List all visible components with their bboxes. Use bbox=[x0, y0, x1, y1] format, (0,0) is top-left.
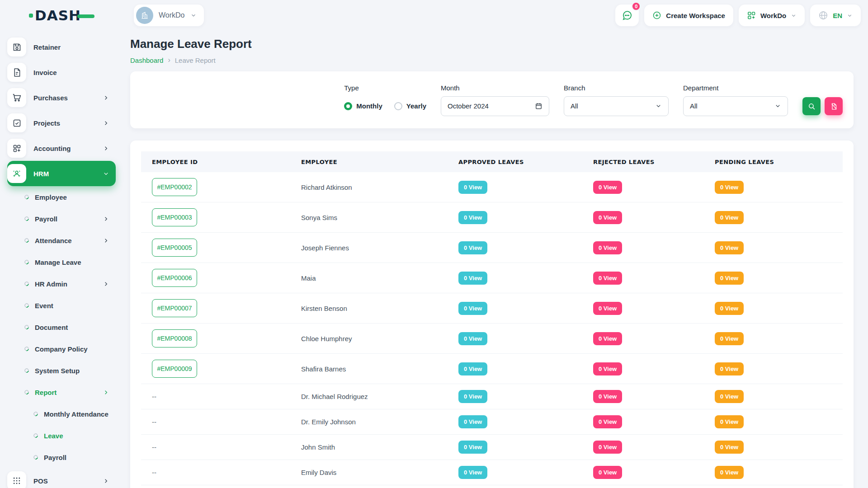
rejected-leaves-view-button[interactable]: 0 View bbox=[593, 441, 622, 454]
department-select[interactable]: All bbox=[683, 96, 788, 116]
sidebar-subitem-label: Attendance bbox=[35, 237, 97, 244]
rejected-leaves-view-button[interactable]: 0 View bbox=[593, 390, 622, 403]
sidebar-item-retainer[interactable]: Retainer bbox=[7, 34, 116, 60]
approved-leaves-view-button[interactable]: 0 View bbox=[458, 211, 487, 224]
create-workspace-button[interactable]: Create Workspace bbox=[644, 5, 733, 26]
pending-leaves-view-button[interactable]: 0 View bbox=[715, 466, 744, 479]
sidebar-item-invoice[interactable]: Invoice bbox=[7, 60, 116, 85]
rejected-leaves-view-button[interactable]: 0 View bbox=[593, 332, 622, 345]
employee-id-badge[interactable]: #EMP00005 bbox=[152, 239, 197, 257]
language-selector[interactable]: EN bbox=[810, 5, 861, 26]
approved-leaves-view-button[interactable]: 0 View bbox=[458, 362, 487, 375]
sidebar-item-projects[interactable]: Projects bbox=[7, 110, 116, 136]
breadcrumb-dashboard-link[interactable]: Dashboard bbox=[130, 56, 163, 64]
chevron-down-icon bbox=[847, 13, 853, 19]
employee-name: John Smith bbox=[301, 443, 335, 451]
pending-leaves-view-button[interactable]: 0 View bbox=[715, 332, 744, 345]
rejected-leaves-view-button[interactable]: 0 View bbox=[593, 272, 622, 285]
table-row: --Emily Davis0 View0 View0 View bbox=[141, 460, 843, 485]
employee-id-badge[interactable]: #EMP00003 bbox=[152, 208, 197, 226]
bullet-icon bbox=[33, 411, 39, 417]
employee-id-badge[interactable]: #EMP00002 bbox=[152, 178, 197, 196]
sidebar-subitem-hr-admin[interactable]: HR Admin bbox=[7, 273, 116, 295]
branch-select[interactable]: All bbox=[564, 96, 669, 116]
radio-unchecked-icon[interactable] bbox=[394, 102, 402, 110]
radio-yearly[interactable]: Yearly bbox=[394, 102, 426, 110]
rejected-leaves-view-button[interactable]: 0 View bbox=[593, 302, 622, 315]
workspace-selector[interactable]: WorkDo bbox=[134, 5, 204, 26]
approved-leaves-view-button[interactable]: 0 View bbox=[458, 272, 487, 285]
sidebar-subitem-monthly-attendance[interactable]: Monthly Attendance bbox=[7, 403, 116, 425]
workspace-dropdown[interactable]: WorkDo bbox=[739, 5, 805, 26]
pending-leaves-view-button[interactable]: 0 View bbox=[715, 272, 744, 285]
sidebar-subitem-report[interactable]: Report bbox=[7, 381, 116, 403]
approved-leaves-view-button[interactable]: 0 View bbox=[458, 390, 487, 403]
branch-label: Branch bbox=[564, 84, 669, 92]
sidebar-subitem-employee[interactable]: Employee bbox=[7, 186, 116, 208]
pending-leaves-view-button[interactable]: 0 View bbox=[715, 302, 744, 315]
chevron-right-icon bbox=[103, 216, 109, 222]
pending-leaves-view-button[interactable]: 0 View bbox=[715, 415, 744, 428]
sidebar-subitem-payroll[interactable]: Payroll bbox=[7, 208, 116, 230]
col-employee: Employee bbox=[290, 151, 448, 172]
sidebar-subitem-event[interactable]: Event bbox=[7, 295, 116, 316]
sidebar-subitem-label: Report bbox=[35, 389, 97, 396]
sidebar-subitem-system-setup[interactable]: System Setup bbox=[7, 360, 116, 381]
radio-checked-icon[interactable] bbox=[344, 102, 352, 110]
chevron-right-icon bbox=[103, 281, 109, 287]
bullet-icon bbox=[24, 281, 30, 287]
pending-leaves-view-button[interactable]: 0 View bbox=[715, 441, 744, 454]
sidebar-item-pos[interactable]: POS bbox=[7, 468, 116, 488]
pending-leaves-view-button[interactable]: 0 View bbox=[715, 362, 744, 375]
sidebar-subitem-label: Event bbox=[35, 302, 109, 310]
radio-monthly[interactable]: Monthly bbox=[344, 102, 382, 110]
chevron-down-icon bbox=[791, 13, 797, 19]
approved-leaves-view-button[interactable]: 0 View bbox=[458, 466, 487, 479]
employee-id-badge[interactable]: #EMP00006 bbox=[152, 269, 197, 287]
pending-leaves-view-button[interactable]: 0 View bbox=[715, 241, 744, 254]
pending-leaves-view-button[interactable]: 0 View bbox=[715, 390, 744, 403]
employee-id-badge[interactable]: #EMP00007 bbox=[152, 299, 197, 317]
sidebar-subitem-label: Company Policy bbox=[35, 345, 109, 353]
sidebar-item-accounting[interactable]: Accounting bbox=[7, 136, 116, 161]
rejected-leaves-view-button[interactable]: 0 View bbox=[593, 362, 622, 375]
sidebar-item-hrm[interactable]: HRM bbox=[7, 161, 116, 186]
rejected-leaves-view-button[interactable]: 0 View bbox=[593, 241, 622, 254]
month-input[interactable]: October 2024 bbox=[441, 96, 549, 116]
approved-leaves-view-button[interactable]: 0 View bbox=[458, 241, 487, 254]
branch-value: All bbox=[571, 102, 578, 110]
table-row: --John Smith0 View0 View0 View bbox=[141, 435, 843, 460]
pending-leaves-view-button[interactable]: 0 View bbox=[715, 181, 744, 194]
calendar-icon bbox=[535, 102, 542, 110]
table-row: #EMP00006Maia0 View0 View0 View bbox=[141, 263, 843, 293]
rejected-leaves-view-button[interactable]: 0 View bbox=[593, 181, 622, 194]
sidebar-subitem-document[interactable]: Document bbox=[7, 316, 116, 338]
rejected-leaves-view-button[interactable]: 0 View bbox=[593, 211, 622, 224]
messages-button[interactable]: 0 bbox=[615, 5, 639, 26]
sidebar-subitem-leave[interactable]: Leave bbox=[7, 425, 116, 446]
employee-id-badge[interactable]: #EMP00009 bbox=[152, 360, 197, 378]
logo-dot bbox=[29, 14, 33, 18]
reset-filter-button[interactable] bbox=[825, 97, 843, 115]
approved-leaves-view-button[interactable]: 0 View bbox=[458, 441, 487, 454]
sidebar: RetainerInvoicePurchasesProjectsAccounti… bbox=[0, 26, 116, 488]
sidebar-subitem-manage-leave[interactable]: Manage Leave bbox=[7, 251, 116, 273]
employee-id-badge[interactable]: #EMP00008 bbox=[152, 329, 197, 347]
purchases-icon bbox=[7, 88, 26, 107]
workspace-grid-icon bbox=[747, 11, 756, 20]
rejected-leaves-view-button[interactable]: 0 View bbox=[593, 466, 622, 479]
topbar-actions: 0 Create Workspace WorkDo EN bbox=[615, 5, 861, 26]
sidebar-subitem-attendance[interactable]: Attendance bbox=[7, 230, 116, 251]
sidebar-subitem-company-policy[interactable]: Company Policy bbox=[7, 338, 116, 360]
approved-leaves-view-button[interactable]: 0 View bbox=[458, 302, 487, 315]
rejected-leaves-view-button[interactable]: 0 View bbox=[593, 415, 622, 428]
sidebar-subitem-payroll[interactable]: Payroll bbox=[7, 446, 116, 468]
sidebar-subitem-label: Leave bbox=[44, 432, 109, 440]
sidebar-item-purchases[interactable]: Purchases bbox=[7, 85, 116, 110]
approved-leaves-view-button[interactable]: 0 View bbox=[458, 181, 487, 194]
approved-leaves-view-button[interactable]: 0 View bbox=[458, 415, 487, 428]
search-button[interactable] bbox=[802, 97, 821, 115]
pending-leaves-view-button[interactable]: 0 View bbox=[715, 211, 744, 224]
approved-leaves-view-button[interactable]: 0 View bbox=[458, 332, 487, 345]
filter-card: Type Monthly Yearly Month October 2024 bbox=[130, 71, 854, 128]
